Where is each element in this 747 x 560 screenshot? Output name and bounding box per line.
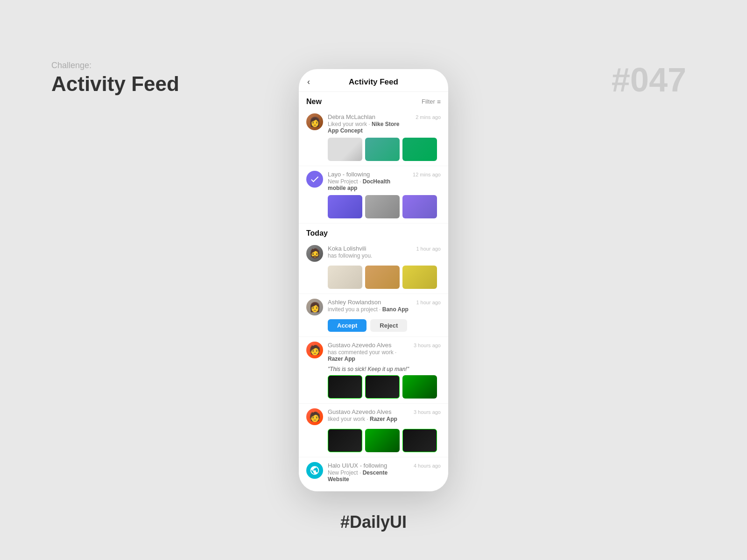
activity-name-ashley: Ashley Rowlandson [328, 299, 411, 306]
thumb-nike-3[interactable] [402, 138, 437, 161]
section-title-today: Today [306, 229, 328, 238]
thumb-razer-1[interactable] [328, 375, 362, 399]
activity-item-ashley: 👩 Ashley Rowlandson invited you a projec… [299, 294, 448, 337]
section-header-new: New Filter ≡ [299, 92, 448, 109]
activity-item-gustavo2: 🧑 Gustavo Azevedo Alves liked your work … [299, 404, 448, 457]
activity-name-debra: Debra McLachlan [328, 113, 411, 120]
activity-info-debra: Debra McLachlan Liked your work · Nike S… [328, 113, 411, 134]
activity-time-gustavo2: 3 hours ago [414, 408, 441, 415]
section-header-today: Today [299, 224, 448, 240]
activity-info-ashley: Ashley Rowlandson invited you a project … [328, 299, 411, 313]
thumb-razer-6[interactable] [402, 429, 437, 452]
activity-meta-koka: 🧔 Koka Lolishvili has following you. 1 h… [306, 245, 441, 262]
challenge-label: Challenge: Activity Feed [51, 61, 179, 96]
activity-meta-layo: Layo - following New Project · DocHealth… [306, 171, 441, 191]
activity-meta-gustavo2: 🧑 Gustavo Azevedo Alves liked your work … [306, 408, 441, 425]
activity-item-gustavo1: 🧑 Gustavo Azevedo Alves has commented yo… [299, 337, 448, 404]
activity-name-gustavo2: Gustavo Azevedo Alves [328, 408, 409, 415]
thumb-doc-2[interactable] [365, 195, 400, 218]
reject-button[interactable]: Reject [370, 319, 407, 332]
activity-info-gustavo1: Gustavo Azevedo Alves has commented your… [328, 342, 409, 362]
challenge-number: #047 [612, 61, 686, 99]
activity-meta-debra: 👩 Debra McLachlan Liked your work · Nike… [306, 113, 441, 134]
daily-ui-footer: #DailyUI [340, 512, 407, 532]
activity-time-layo: 12 mins ago [413, 171, 441, 177]
activity-time-koka: 1 hour ago [416, 245, 441, 252]
activity-sub-ashley: invited you a project · Bano App [328, 306, 411, 313]
thumb-koka-2[interactable] [365, 266, 400, 289]
activity-item-koka: 🧔 Koka Lolishvili has following you. 1 h… [299, 240, 448, 294]
avatar-ashley: 👩 [306, 299, 323, 315]
activity-info-layo: Layo - following New Project · DocHealth… [328, 171, 408, 191]
activity-meta-halo: Halo UI/UX - following New Project · Des… [306, 462, 441, 483]
activity-meta-gustavo1: 🧑 Gustavo Azevedo Alves has commented yo… [306, 342, 441, 362]
thumb-razer-3[interactable] [402, 375, 437, 399]
avatar-halo [306, 462, 323, 479]
activity-time-ashley: 1 hour ago [416, 299, 441, 305]
filter-button[interactable]: Filter ≡ [422, 98, 441, 105]
activity-info-koka: Koka Lolishvili has following you. [328, 245, 411, 259]
challenge-title: Activity Feed [51, 72, 179, 96]
phone-header: ‹ Activity Feed [299, 69, 448, 92]
activity-meta-ashley: 👩 Ashley Rowlandson invited you a projec… [306, 299, 441, 315]
thumb-razer-2[interactable] [365, 375, 400, 399]
activity-sub-debra: Liked your work · Nike Store App Concept [328, 121, 411, 134]
accept-button[interactable]: Accept [328, 319, 366, 332]
thumb-nike-2[interactable] [365, 138, 400, 161]
activity-info-gustavo2: Gustavo Azevedo Alves liked your work · … [328, 408, 409, 422]
thumbnails-gustavo1 [328, 375, 441, 399]
thumb-razer-4[interactable] [328, 429, 362, 452]
action-buttons-ashley: Accept Reject [328, 319, 441, 332]
thumb-doc-1[interactable] [328, 195, 362, 218]
activity-item-layo: Layo - following New Project · DocHealth… [299, 166, 448, 224]
thumb-koka-3[interactable] [402, 266, 437, 289]
activity-name-koka: Koka Lolishvili [328, 245, 411, 252]
thumbnails-koka [328, 266, 441, 289]
back-button[interactable]: ‹ [307, 77, 310, 87]
avatar-layo [306, 171, 323, 188]
thumb-koka-1[interactable] [328, 266, 362, 289]
thumb-doc-3[interactable] [402, 195, 437, 218]
activity-name-halo: Halo UI/UX - following [328, 462, 409, 469]
activity-name-layo: Layo - following [328, 171, 408, 178]
thumbnails-gustavo2 [328, 429, 441, 452]
activity-item-debra: 👩 Debra McLachlan Liked your work · Nike… [299, 109, 448, 166]
activity-sub-halo: New Project · Descente Website [328, 469, 409, 483]
activity-name-gustavo1: Gustavo Azevedo Alves [328, 342, 409, 349]
feed-content: New Filter ≡ 👩 Debra McLachlan Liked you… [299, 92, 448, 491]
filter-label: Filter [422, 98, 435, 105]
comment-text-gustavo1: "This is so sick! Keep it up man!" [328, 366, 441, 372]
activity-info-halo: Halo UI/UX - following New Project · Des… [328, 462, 409, 483]
avatar-koka: 🧔 [306, 245, 323, 262]
thumb-nike-1[interactable] [328, 138, 362, 161]
activity-sub-layo: New Project · DocHealth mobile app [328, 178, 408, 191]
avatar-debra: 👩 [306, 113, 323, 130]
activity-item-halo: Halo UI/UX - following New Project · Des… [299, 457, 448, 491]
avatar-gustavo2: 🧑 [306, 408, 323, 425]
activity-time-gustavo1: 3 hours ago [414, 342, 441, 348]
phone-header-title: Activity Feed [349, 77, 398, 87]
avatar-gustavo1: 🧑 [306, 342, 323, 358]
activity-sub-gustavo1: has commented your work · Razer App [328, 349, 409, 362]
thumb-razer-5[interactable] [365, 429, 400, 452]
challenge-prefix: Challenge: [51, 61, 179, 70]
activity-time-debra: 2 mins ago [416, 113, 441, 120]
thumbnails-layo [328, 195, 441, 218]
thumbnails-debra [328, 138, 441, 161]
activity-time-halo: 4 hours ago [414, 462, 441, 469]
activity-sub-koka: has following you. [328, 252, 411, 259]
activity-sub-gustavo2: liked your work · Razer App [328, 416, 409, 422]
phone-mockup: ‹ Activity Feed New Filter ≡ 👩 Debra McL… [299, 69, 448, 491]
filter-icon: ≡ [437, 98, 441, 105]
section-title-new: New [306, 98, 322, 106]
